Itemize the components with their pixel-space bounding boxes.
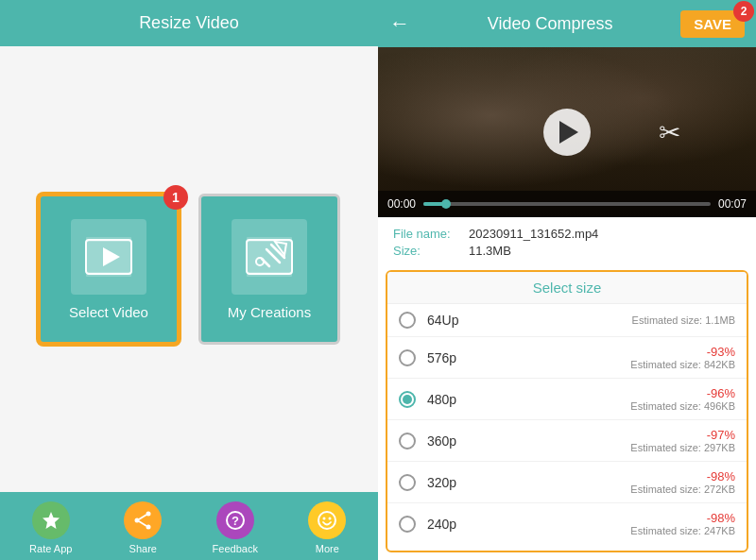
radio-480p[interactable] — [399, 391, 416, 408]
size-estimated-360p: Estimated size: 297KB — [474, 442, 735, 453]
size-row-480p[interactable]: 480p-96%Estimated size: 496KB — [387, 379, 747, 420]
radio-320p[interactable] — [399, 474, 416, 491]
radio-inner-480p — [403, 395, 412, 404]
more-button[interactable]: More — [294, 501, 360, 554]
size-percent-240p: -98% — [474, 511, 735, 525]
svg-line-18 — [139, 521, 146, 526]
svg-point-22 — [323, 518, 326, 520]
size-percent-576p: -93% — [474, 345, 735, 359]
timeline-bar[interactable] — [423, 202, 711, 206]
right-header: ← Video Compress SAVE 2 — [378, 0, 756, 47]
left-title: Resize Video — [139, 13, 239, 32]
play-button[interactable] — [543, 109, 591, 156]
left-header: Resize Video — [0, 0, 378, 46]
feedback-label: Feedback — [213, 543, 258, 554]
my-creations-icon — [232, 219, 307, 295]
back-button[interactable]: ← — [389, 11, 410, 36]
svg-rect-2 — [86, 237, 131, 242]
size-estimated-64Up: Estimated size: 1.1MB — [474, 314, 735, 326]
file-name-row: File name: 20230911_131652.mp4 — [393, 227, 741, 241]
size-selector: Select size 64UpEstimated size: 1.1MB576… — [386, 270, 748, 552]
size-list: 64UpEstimated size: 1.1MB576p-93%Estimat… — [387, 304, 747, 544]
size-row-576p[interactable]: 576p-93%Estimated size: 842KB — [387, 337, 747, 379]
size-estimated-480p: Estimated size: 496KB — [474, 400, 735, 412]
svg-text:?: ? — [232, 514, 239, 528]
svg-rect-7 — [247, 237, 292, 242]
radio-64Up[interactable] — [399, 312, 416, 329]
time-start: 00:00 — [387, 197, 416, 211]
rate-app-label: Rate App — [29, 543, 72, 554]
svg-point-23 — [329, 518, 332, 520]
badge-1: 1 — [163, 185, 188, 210]
svg-point-21 — [318, 512, 335, 529]
share-button[interactable]: Share — [110, 501, 176, 554]
video-preview: ✂ 00:00 00:07 — [378, 47, 756, 217]
share-icon — [124, 501, 162, 539]
size-row-240p[interactable]: 240p-98%Estimated size: 247KB — [387, 503, 747, 544]
size-name-320p: 320p — [427, 475, 474, 490]
size-right-320p: -98%Estimated size: 272KB — [474, 469, 735, 495]
file-size-value: 11.3MB — [469, 244, 511, 258]
select-video-card[interactable]: 1 Select Video — [38, 194, 180, 345]
right-title: Video Compress — [420, 14, 680, 34]
file-size-label: Size: — [393, 244, 469, 258]
size-row-320p[interactable]: 320p-98%Estimated size: 272KB — [387, 462, 747, 503]
size-right-576p: -93%Estimated size: 842KB — [474, 345, 735, 370]
size-name-64Up: 64Up — [427, 313, 474, 328]
size-name-360p: 360p — [427, 433, 474, 449]
size-estimated-240p: Estimated size: 247KB — [474, 525, 735, 536]
size-right-360p: -97%Estimated size: 297KB — [474, 428, 735, 453]
size-percent-480p: -96% — [474, 386, 735, 400]
more-label: More — [316, 543, 339, 554]
size-row-64Up[interactable]: 64UpEstimated size: 1.1MB — [387, 304, 747, 337]
svg-rect-6 — [247, 272, 292, 277]
left-panel: Resize Video 1 Select Video — [0, 0, 378, 560]
radio-360p[interactable] — [399, 433, 416, 450]
left-content: 1 Select Video — [0, 46, 378, 492]
size-estimated-576p: Estimated size: 842KB — [474, 359, 735, 370]
radio-240p[interactable] — [399, 516, 416, 533]
my-creations-label: My Creations — [228, 304, 311, 320]
share-label: Share — [129, 543, 157, 554]
select-video-icon — [71, 219, 146, 295]
svg-line-17 — [139, 515, 146, 519]
size-name-240p: 240p — [427, 517, 474, 532]
rate-app-button[interactable]: Rate App — [18, 501, 84, 554]
feedback-icon: ? — [216, 501, 254, 539]
size-name-576p: 576p — [427, 350, 474, 365]
right-panel: ← Video Compress SAVE 2 ✂ 00:00 00:07 Fi… — [378, 0, 756, 560]
file-name-value: 20230911_131652.mp4 — [469, 227, 598, 241]
feedback-button[interactable]: ? Feedback — [202, 501, 268, 554]
size-percent-360p: -97% — [474, 428, 735, 442]
rate-app-icon — [32, 501, 70, 539]
play-icon — [559, 121, 578, 144]
size-right-240p: -98%Estimated size: 247KB — [474, 511, 735, 536]
size-name-480p: 480p — [427, 392, 474, 407]
scissors-icon: ✂ — [659, 117, 680, 148]
select-video-label: Select Video — [69, 304, 148, 320]
size-right-64Up: Estimated size: 1.1MB — [474, 314, 735, 326]
file-info: File name: 20230911_131652.mp4 Size: 11.… — [378, 217, 756, 270]
my-creations-card[interactable]: My Creations — [198, 194, 340, 345]
file-name-label: File name: — [393, 227, 469, 241]
save-button[interactable]: SAVE 2 — [680, 10, 745, 38]
more-icon — [308, 501, 346, 539]
size-estimated-320p: Estimated size: 272KB — [474, 484, 735, 495]
badge-2: 2 — [733, 1, 754, 22]
size-percent-320p: -98% — [474, 469, 735, 484]
timeline-dot — [441, 199, 451, 209]
svg-rect-1 — [86, 272, 131, 277]
file-size-row: Size: 11.3MB — [393, 244, 741, 258]
size-row-360p[interactable]: 360p-97%Estimated size: 297KB — [387, 420, 747, 462]
left-footer: Rate App Share ? — [0, 492, 378, 560]
time-end: 00:07 — [718, 197, 747, 211]
video-timeline: 00:00 00:07 — [378, 191, 756, 217]
radio-576p[interactable] — [399, 349, 416, 366]
size-right-480p: -96%Estimated size: 496KB — [474, 386, 735, 412]
size-selector-header: Select size — [387, 272, 747, 304]
svg-marker-13 — [43, 512, 60, 529]
